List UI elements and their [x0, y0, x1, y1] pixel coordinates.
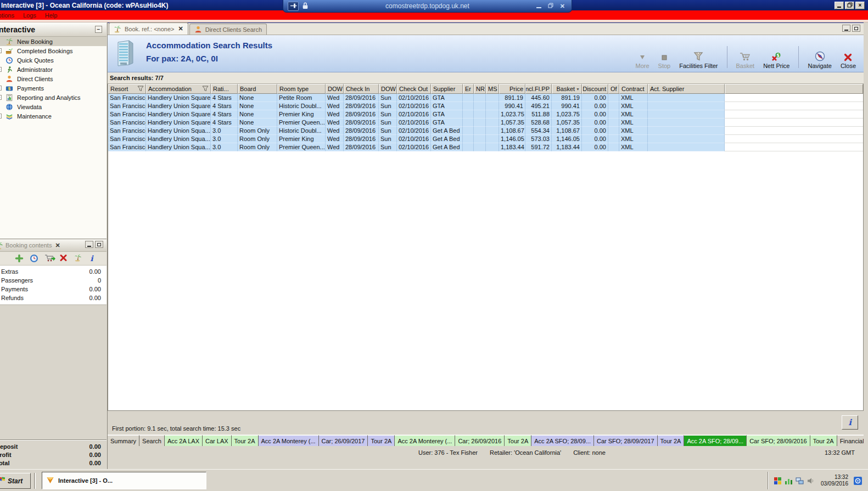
menu-item-help[interactable]: Help: [41, 12, 62, 19]
table-row[interactable]: San FranciscoHandlery Union Square4 Star…: [108, 118, 863, 127]
column-header-act-supplier[interactable]: Act. Supplier: [648, 84, 725, 94]
plus-icon[interactable]: [15, 254, 25, 263]
palm-icon[interactable]: [74, 254, 84, 263]
cart-arrow-icon[interactable]: [44, 254, 54, 263]
column-header-supplier[interactable]: Supplier: [431, 84, 463, 94]
section-tab-acc-2a-sfo-28-09[interactable]: Acc 2A SFO; 28/09...: [531, 435, 594, 446]
main-maximize-button[interactable]: [852, 25, 860, 32]
section-tab-summary[interactable]: Summary: [108, 435, 139, 446]
column-header-rati[interactable]: Rati...: [211, 84, 238, 94]
section-tab-car-sfo-28-09-2016[interactable]: Car SFO; 28/09/2016: [747, 435, 810, 446]
column-header-contract[interactable]: Contract: [619, 84, 648, 94]
tray-chart-icon[interactable]: [785, 477, 793, 485]
column-header-nr[interactable]: NR: [474, 84, 486, 94]
sidebar-item-administrator[interactable]: +Administrator: [0, 65, 107, 74]
column-header-dow[interactable]: DOW: [379, 84, 397, 94]
section-tab-tour-2a[interactable]: Tour 2A: [232, 435, 259, 446]
section-tab-acc-2a-monterey[interactable]: Acc 2A Monterey (...: [395, 435, 455, 446]
column-header-basket[interactable]: Basket▼: [552, 84, 582, 94]
close-button[interactable]: Close: [837, 50, 859, 70]
start-button[interactable]: Start: [0, 473, 31, 489]
section-tab-acc-2a-monterey[interactable]: Acc 2A Monterey (...: [259, 435, 319, 446]
table-row[interactable]: San FranciscoHandlery Union Square4 Star…: [108, 110, 863, 118]
column-header-discount[interactable]: Discount: [582, 84, 608, 94]
close-button[interactable]: ×: [855, 2, 865, 9]
table-row[interactable]: San FranciscoHandlery Union Square4 Star…: [108, 94, 863, 102]
column-header-check-in[interactable]: Check In: [344, 84, 379, 94]
cell-room-type: Petite Room: [277, 94, 326, 102]
table-row[interactable]: San FranciscoHandlery Union Squa...3.0Ro…: [108, 127, 863, 135]
table-row[interactable]: San FranciscoHandlery Union Squa...3.0Ro…: [108, 143, 863, 151]
tab-direct-clients-search[interactable]: Direct Clients Search: [189, 24, 267, 35]
column-header-ms[interactable]: MS: [486, 84, 499, 94]
sidebar-item-reporting-and-analytics[interactable]: +Reporting and Analytics: [0, 93, 107, 102]
section-tab-car-lax[interactable]: Car LAX: [203, 435, 232, 446]
expander-icon[interactable]: +: [0, 48, 2, 53]
tray-grid-icon[interactable]: [774, 477, 782, 485]
panel-minimize-button[interactable]: [85, 241, 93, 248]
column-header-check-out[interactable]: Check Out: [397, 84, 431, 94]
column-header-price[interactable]: Price: [499, 84, 525, 94]
section-tab-search[interactable]: Search: [139, 435, 165, 446]
tab-book-ref-none[interactable]: Book. ref.: <none>✕: [109, 22, 188, 35]
table-row[interactable]: San FranciscoHandlery Union Squa...3.0Ro…: [108, 135, 863, 143]
expander-icon[interactable]: +: [0, 95, 2, 100]
column-header-accommodation[interactable]: Accommodation: [146, 84, 211, 94]
column-header-room-type[interactable]: Room type: [277, 84, 326, 94]
tray-volume-icon[interactable]: [807, 477, 815, 485]
facilities-filter-button[interactable]: Facilities Filter: [676, 50, 721, 70]
booking-contents-close-icon[interactable]: ✕: [55, 242, 60, 249]
section-tab-financial-summary[interactable]: Financial Summary: [837, 435, 864, 446]
filter-funnel-icon[interactable]: [137, 86, 144, 93]
rdp-restore-button[interactable]: [548, 3, 553, 9]
section-tab-car-sfo-28-09-2017[interactable]: Car SFO; 28/09/2017: [594, 435, 658, 446]
globe-clock-icon[interactable]: [30, 254, 40, 263]
info-icon[interactable]: i: [89, 254, 99, 263]
section-tab-acc-2a-lax[interactable]: Acc 2A LAX: [165, 435, 203, 446]
sidebar-item-direct-clients[interactable]: +Direct Clients: [0, 74, 107, 83]
table-row[interactable]: San FranciscoHandlery Union Square4 Star…: [108, 102, 863, 110]
section-tab-tour-2a[interactable]: Tour 2A: [810, 435, 837, 446]
info-button[interactable]: i: [842, 415, 858, 430]
column-header-of[interactable]: Of: [608, 84, 619, 94]
booking-summary-value: 0.00: [89, 268, 101, 275]
rdp-close-button[interactable]: ✕: [560, 3, 565, 10]
menu-item-options[interactable]: Options: [0, 12, 19, 19]
sidebar-item-new-booking[interactable]: +New Booking: [0, 37, 107, 46]
tray-network-icon[interactable]: [796, 477, 804, 485]
sidebar-item-quick-quotes[interactable]: +Quick Quotes: [0, 55, 107, 65]
column-header-er[interactable]: Er: [463, 84, 474, 94]
navigate-button[interactable]: Navigate: [804, 50, 835, 70]
main-minimize-button[interactable]: [842, 25, 850, 32]
expander-icon[interactable]: +: [0, 67, 2, 72]
column-header-board[interactable]: Board: [238, 84, 277, 94]
section-tab-car-26-09-2016[interactable]: Car; 26/09/2016: [455, 435, 505, 446]
tab-close-icon[interactable]: ✕: [178, 25, 183, 32]
minimize-button[interactable]: [835, 2, 844, 9]
column-header-incl-fl-pp[interactable]: Incl.Fl.PP: [525, 84, 552, 94]
sidebar-item-completed-bookings[interactable]: +Completed Bookings: [0, 46, 107, 55]
section-tab-acc-2a-sfo-28-09[interactable]: Acc 2A SFO; 28/09...: [684, 435, 747, 446]
menu-item-logs[interactable]: Logs: [19, 12, 41, 19]
nav-collapse-button[interactable]: −: [95, 26, 102, 33]
tray-messenger-icon[interactable]: [853, 476, 863, 486]
sidebar-item-payments[interactable]: +$Payments: [0, 83, 107, 93]
column-header-dow[interactable]: DOW: [326, 84, 344, 94]
sidebar-item-viewdata[interactable]: +Viewdata: [0, 102, 107, 111]
sidebar-item-maintenance[interactable]: +Maintenance: [0, 111, 107, 121]
task-button-interactive[interactable]: Interactive [3] - O...: [42, 472, 206, 489]
nett-price-button[interactable]: $Nett Price: [760, 50, 793, 70]
section-tab-tour-2a[interactable]: Tour 2A: [505, 435, 531, 446]
expander-icon[interactable]: +: [0, 114, 2, 118]
cell-room-type: Premier Queen...: [277, 118, 326, 127]
rdp-minimize-button[interactable]: [536, 3, 541, 9]
restore-button[interactable]: [845, 2, 854, 9]
filter-funnel-icon[interactable]: [202, 86, 209, 93]
column-header-resort[interactable]: Resort: [108, 84, 146, 94]
red-x-icon[interactable]: [59, 254, 69, 263]
expander-icon[interactable]: +: [0, 86, 2, 91]
section-tab-tour-2a[interactable]: Tour 2A: [368, 435, 395, 446]
panel-maximize-button[interactable]: [95, 241, 103, 248]
section-tab-car-26-09-2017[interactable]: Car; 26/09/2017: [319, 435, 368, 446]
section-tab-tour-2a[interactable]: Tour 2A: [658, 435, 685, 446]
